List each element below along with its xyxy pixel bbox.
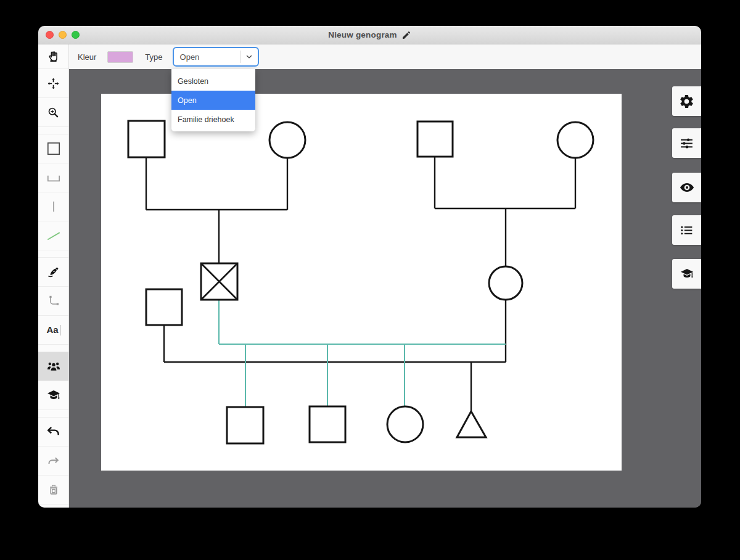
- grandfather-right[interactable]: [417, 121, 453, 157]
- list-icon: [679, 223, 694, 238]
- dropdown-option-familie-driehoek[interactable]: Familie driehoek: [171, 110, 255, 129]
- text-tool-label: Aa: [46, 325, 58, 335]
- select-divider: [240, 51, 240, 63]
- graduation-cap-icon: [46, 388, 61, 403]
- toolbar-left: Aa: [38, 44, 69, 508]
- vertical-line-tool[interactable]: [38, 192, 68, 221]
- undo-icon: [46, 425, 60, 439]
- education-button[interactable]: [672, 259, 701, 289]
- vertical-line-icon: [47, 199, 60, 215]
- app-window: Nieuw genogram: [38, 26, 701, 508]
- sliders-icon: [679, 136, 694, 151]
- maximize-button[interactable]: [72, 31, 80, 39]
- pen-icon: [47, 265, 60, 279]
- text-tool[interactable]: Aa: [38, 316, 68, 345]
- dropdown-option-gesloten[interactable]: Gesloten: [171, 72, 255, 91]
- move-icon: [47, 77, 60, 90]
- sliders-button[interactable]: [672, 128, 701, 158]
- hand-icon: [47, 50, 60, 64]
- mother[interactable]: [489, 266, 522, 300]
- genogram-svg[interactable]: [101, 94, 622, 471]
- people-group-icon: [46, 359, 61, 374]
- redo-icon: [47, 455, 60, 467]
- trash-icon: [47, 483, 60, 496]
- chevron-down-icon: [245, 52, 253, 61]
- color-label: Kleur: [78, 52, 96, 62]
- diagonal-line-icon: [46, 228, 62, 244]
- toolbar-top: Kleur Type Open: [69, 44, 701, 69]
- edit-title-icon[interactable]: [401, 30, 411, 40]
- tool-group-divider: [38, 127, 68, 134]
- education-tool[interactable]: [38, 381, 68, 410]
- graduation-cap-icon: [680, 266, 694, 281]
- eye-icon: [679, 179, 695, 196]
- child-son-1[interactable]: [227, 407, 263, 443]
- curve-icon: [46, 294, 61, 308]
- pen-tool[interactable]: [38, 258, 68, 287]
- partner-left[interactable]: [146, 289, 182, 325]
- curve-tool[interactable]: [38, 287, 68, 316]
- gear-icon: [679, 94, 694, 109]
- move-tool[interactable]: [38, 69, 68, 98]
- traffic-lights: [46, 31, 80, 39]
- tool-group-divider: [38, 345, 68, 352]
- list-button[interactable]: [672, 215, 701, 245]
- type-dropdown: Gesloten Open Familie driehoek: [171, 69, 255, 131]
- canvas-area: [69, 69, 701, 508]
- redo-button[interactable]: [38, 447, 68, 476]
- type-select-value: Open: [180, 52, 240, 62]
- rectangle-tool[interactable]: [38, 134, 68, 163]
- close-button[interactable]: [46, 31, 54, 39]
- child-son-2[interactable]: [310, 406, 345, 442]
- bracket-icon: [46, 170, 62, 186]
- hand-tool[interactable]: [38, 44, 68, 69]
- family-tool[interactable]: [38, 352, 68, 381]
- delete-button[interactable]: [38, 476, 68, 504]
- color-swatch[interactable]: [107, 51, 133, 63]
- type-select[interactable]: Open: [173, 47, 259, 67]
- text-cursor-icon: [60, 325, 60, 336]
- tool-group-divider: [38, 250, 68, 258]
- bracket-tool[interactable]: [38, 163, 68, 192]
- tool-group-divider: [38, 410, 68, 418]
- diagonal-line-tool[interactable]: [38, 221, 68, 250]
- main-area: Kleur Type Open: [69, 44, 701, 508]
- grandmother-left[interactable]: [269, 122, 305, 158]
- minimize-button[interactable]: [59, 31, 67, 39]
- grandfather-left[interactable]: [128, 121, 165, 157]
- child-pregnancy[interactable]: [457, 411, 486, 437]
- desktop-background: Nieuw genogram: [0, 0, 740, 560]
- undo-button[interactable]: [38, 418, 68, 447]
- grandmother-right[interactable]: [557, 122, 593, 158]
- child-daughter[interactable]: [387, 406, 423, 442]
- rectangle-icon: [46, 141, 62, 157]
- titlebar: Nieuw genogram: [38, 26, 701, 44]
- window-title: Nieuw genogram: [328, 30, 397, 39]
- zoom-in-tool[interactable]: [38, 98, 68, 127]
- visibility-button[interactable]: [672, 173, 701, 202]
- settings-button[interactable]: [672, 86, 701, 116]
- zoom-in-icon: [47, 106, 60, 119]
- type-label: Type: [145, 52, 162, 62]
- dropdown-option-open[interactable]: Open: [171, 91, 255, 110]
